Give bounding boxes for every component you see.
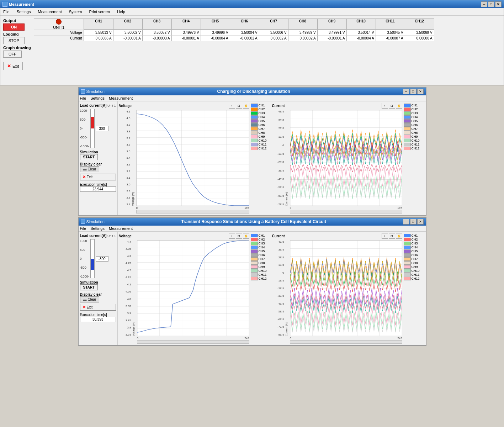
sim1-clear-button[interactable]: ▬ Clear xyxy=(80,166,100,172)
sim1-cleg-ch5: CH5 xyxy=(404,119,424,123)
current-ch11: -0.00007 A xyxy=(376,35,405,41)
sim2-clear-button[interactable]: ▬ Clear xyxy=(80,296,100,302)
sim2-vleg-ch6: CH6 xyxy=(251,253,271,257)
sim1-clear-label: Clear xyxy=(88,167,96,171)
sim2-vleg-ch9: CH9 xyxy=(251,265,271,269)
sim2-exit-button[interactable]: ✕ Exit xyxy=(80,304,116,311)
sim1-menu-measurement[interactable]: Measurement xyxy=(109,96,133,100)
logging-label: Logging xyxy=(3,32,31,36)
sim1-simulation-label: Simulation xyxy=(80,150,116,154)
voltage-ch1: 3.55013 V xyxy=(84,30,113,35)
sim1-start-button[interactable]: START xyxy=(80,154,98,160)
menu-help[interactable]: Help xyxy=(116,9,127,15)
sim2-icon xyxy=(81,220,85,224)
menu-system[interactable]: System xyxy=(68,9,84,15)
unit-indicator: UNIT1 xyxy=(34,19,84,30)
sim1-menu-file[interactable]: File xyxy=(80,96,86,100)
sim2-current-legend: CH1 CH2 CH3 CH4 CH5 CH6 CH7 CH8 CH9 CH10… xyxy=(403,233,424,344)
sim2-start-button[interactable]: START xyxy=(80,284,98,290)
sim2-current-chart xyxy=(290,240,402,336)
sim2-voltage-pan[interactable]: ✋ xyxy=(243,233,249,239)
sim1-voltage-zoom-fit[interactable]: ⊡ xyxy=(236,103,242,109)
sim1-exit-label: Exit xyxy=(87,175,93,179)
sim1-cleg-ch2: CH2 xyxy=(404,107,424,111)
sim2-vleg-ch1: CH1 xyxy=(251,234,271,237)
maximize-button[interactable]: □ xyxy=(488,1,494,7)
sim2-vleg-ch11: CH11 xyxy=(251,273,271,276)
sim2-app-label: Simulation xyxy=(86,220,105,224)
sim1-slider-track[interactable] xyxy=(90,109,95,148)
sim2-current-pan[interactable]: ✋ xyxy=(396,233,402,239)
sim2-slider-track[interactable] xyxy=(90,239,95,278)
ch-header-1: CH1 xyxy=(84,19,113,30)
sim2-current-zoom-in[interactable]: + xyxy=(382,233,388,239)
sim2-vleg-ch8: CH8 xyxy=(251,261,271,265)
sim1-minimize-button[interactable]: ─ xyxy=(403,89,409,94)
sim2-current-y-label: Current [A] xyxy=(285,240,288,336)
sim2-voltage-scrollbar[interactable] xyxy=(137,340,249,344)
current-ch3: -0.00003 A xyxy=(142,35,171,41)
sim1-exit-icon: ✕ xyxy=(83,175,86,179)
sim2-vleg-ch10: CH10 xyxy=(251,269,271,273)
current-ch1: 0.03608 A xyxy=(84,35,113,41)
menu-print-screen[interactable]: Print screen xyxy=(87,9,111,15)
sim2-voltage-zoom-in[interactable]: + xyxy=(229,233,235,239)
exit-button[interactable]: ✕ Exit xyxy=(3,62,23,70)
menu-file[interactable]: File xyxy=(2,9,11,15)
sim1-slider-fill xyxy=(91,117,94,128)
sim2-voltage-curve xyxy=(137,241,249,332)
sim1-voltage-scrollbar[interactable] xyxy=(136,210,249,214)
sim1-left-panel: Load current[A] Unit 1 1000- 500- 0- -50… xyxy=(79,101,118,215)
current-ch12: 0.00000 A xyxy=(405,35,434,41)
sim1-current-zoom-fit[interactable]: ⊡ xyxy=(389,103,395,109)
sim2-slider-value[interactable]: -300 xyxy=(96,256,108,262)
sim2-close-button[interactable]: ✕ xyxy=(417,219,424,225)
sim1-menu-settings[interactable]: Settings xyxy=(90,96,105,100)
sim2-cleg-ch4: CH4 xyxy=(404,246,424,249)
sim1-current-section: Current + ⊡ ✋ 4E-53E-52E-51E-50-1E-5-2E-… xyxy=(272,103,402,214)
output-label: Output xyxy=(3,19,31,23)
unit-status-light xyxy=(56,19,62,25)
sim1-slider-value[interactable]: 300 xyxy=(96,126,108,131)
sim2-slider-fill xyxy=(91,259,94,270)
sim2-voltage-zoom-fit[interactable]: ⊡ xyxy=(236,233,242,239)
sim1-current-pan[interactable]: ✋ xyxy=(396,103,402,109)
logging-stop-button[interactable]: STOP xyxy=(3,37,25,44)
sim2-window: Simulation Transient Response Simulation… xyxy=(78,217,426,346)
sim2-current-x-axis: 0242 xyxy=(290,337,402,340)
sim1-current-zoom-in[interactable]: + xyxy=(382,103,388,109)
current-label: Current xyxy=(34,35,84,41)
sim2-exec-time-label: Execution time[s] xyxy=(80,313,116,317)
sim1-current-scrollbar[interactable] xyxy=(290,210,402,214)
menu-settings[interactable]: Settings xyxy=(15,9,32,15)
sim2-menu-settings[interactable]: Settings xyxy=(90,226,105,231)
sim2-scale-mid2: -500- xyxy=(80,266,89,269)
sim2-current-scrollbar[interactable] xyxy=(290,340,402,344)
minimize-button[interactable]: ─ xyxy=(481,1,487,7)
sim2-menu-measurement[interactable]: Measurement xyxy=(109,226,133,231)
sim2-menu-file[interactable]: File xyxy=(80,226,86,231)
current-ch4: -0.00001 A xyxy=(171,35,201,41)
sim2-current-svg xyxy=(290,241,402,336)
sim1-voltage-pan[interactable]: ✋ xyxy=(243,103,249,109)
sim2-minimize-button[interactable]: ─ xyxy=(403,219,409,225)
sim1-vleg-ch11: CH11 xyxy=(251,143,271,146)
voltage-row: Voltage 3.55013 V 3.50002 V 3.50052 V 3.… xyxy=(34,30,434,35)
sim2-maximize-button[interactable]: □ xyxy=(410,219,417,225)
sim1-maximize-button[interactable]: □ xyxy=(410,89,417,94)
close-button[interactable]: ✕ xyxy=(495,1,502,7)
sim1-cleg-ch7: CH7 xyxy=(404,127,424,131)
sim2-voltage-y-label: Voltage [V] xyxy=(132,240,135,336)
output-on-button[interactable]: ON xyxy=(3,23,25,31)
sim2-clear-icon: ▬ xyxy=(83,297,87,301)
ch-header-2: CH2 xyxy=(113,19,142,30)
sim1-unit-label: Unit 1 xyxy=(107,104,116,107)
sim1-voltage-zoom-in[interactable]: + xyxy=(229,103,235,109)
sim2-exit-label: Exit xyxy=(87,305,93,309)
menu-measurement[interactable]: Measurement xyxy=(36,9,63,15)
sim1-exit-button[interactable]: ✕ Exit xyxy=(80,174,116,180)
sim2-cleg-ch8: CH8 xyxy=(404,261,424,265)
graph-off-button[interactable]: OFF xyxy=(3,51,22,58)
sim2-current-zoom-fit[interactable]: ⊡ xyxy=(389,233,395,239)
sim1-close-button[interactable]: ✕ xyxy=(417,89,424,94)
